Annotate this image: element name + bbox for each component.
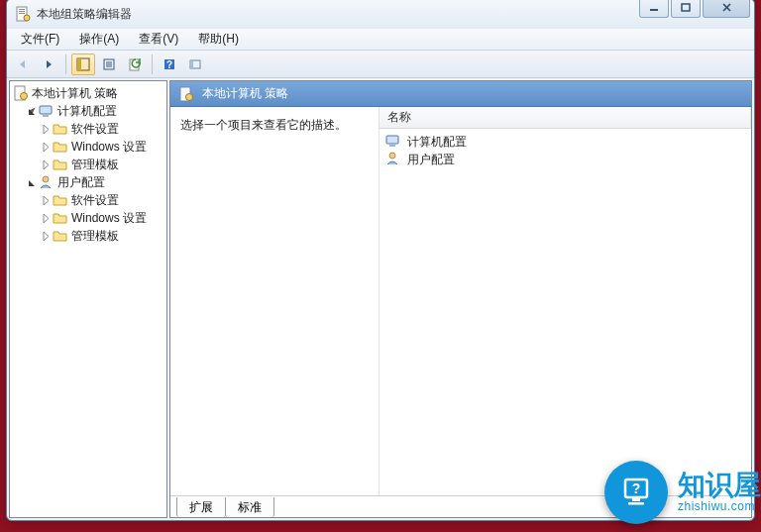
svg-rect-22 [40,106,52,114]
expander-icon[interactable] [26,178,38,187]
expander-icon[interactable] [40,196,52,205]
close-button[interactable] [703,0,750,18]
user-icon [385,151,401,169]
watermark-cn: 知识屋 [678,472,761,499]
back-button[interactable] [11,53,35,75]
list-rows: 计算机配置 用户配置 [380,129,751,172]
column-name[interactable]: 名称 [380,107,751,128]
tree-pane[interactable]: 本地计算机 策略 计算机配置 软件设置 Windows 设置 [9,80,167,518]
tree-windows-settings[interactable]: Windows 设置 [12,138,164,156]
tree-software-settings[interactable]: 软件设置 [12,120,164,138]
menu-view[interactable]: 查看(V) [129,29,188,50]
tree-item-label: 用户配置 [57,174,105,191]
description-text: 选择一个项目来查看它的描述。 [180,118,347,132]
expander-icon[interactable] [40,143,52,152]
svg-rect-27 [386,136,398,144]
computer-icon [39,103,54,119]
tree-admin-templates[interactable]: 管理模板 [12,227,164,245]
computer-icon [385,133,401,152]
svg-rect-32 [628,502,644,505]
svg-rect-15 [130,59,139,70]
menu-action[interactable]: 操作(A) [69,29,129,50]
svg-rect-6 [682,4,690,11]
help-button[interactable]: ? [158,53,181,75]
expander-icon[interactable] [26,107,38,116]
details-pane: 本地计算机 策略 选择一个项目来查看它的描述。 名称 计算机配置 [169,80,752,518]
tree-item-label: Windows 设置 [71,139,147,156]
expander-icon[interactable] [40,160,52,169]
menu-bar: 文件(F) 操作(A) 查看(V) 帮助(H) [7,29,754,51]
toolbar: ? [7,51,754,78]
menu-help[interactable]: 帮助(H) [188,29,249,50]
policy-icon [178,86,194,102]
folder-icon [53,157,68,172]
svg-point-4 [24,15,30,21]
list-item-computer-config[interactable]: 计算机配置 [380,133,751,151]
watermark: ? 知识屋 zhishiwu.com [604,461,761,524]
list-column: 名称 计算机配置 用户配置 [379,107,751,495]
list-header[interactable]: 名称 [380,107,751,129]
svg-rect-19 [190,60,193,68]
watermark-text: 知识屋 zhishiwu.com [678,472,761,513]
tree-root[interactable]: 本地计算机 策略 [12,84,164,102]
toolbar-separator [65,54,66,74]
list-item-label: 用户配置 [407,152,455,168]
folder-icon [53,210,68,226]
svg-rect-2 [19,11,25,12]
svg-rect-1 [19,9,25,10]
svg-text:?: ? [632,480,641,496]
tree-item-label: Windows 设置 [71,210,147,227]
svg-point-26 [186,93,193,100]
folder-icon [53,228,68,244]
export-list-button[interactable] [97,53,121,75]
folder-icon [53,192,68,208]
tree-windows-settings[interactable]: Windows 设置 [12,209,164,227]
tree-item-label: 软件设置 [71,121,119,138]
tree-item-label: 计算机配置 [57,103,117,120]
svg-point-29 [389,153,395,159]
watermark-en: zhishiwu.com [678,499,761,513]
window-title: 本地组策略编辑器 [37,6,132,23]
tree-root-label: 本地计算机 策略 [32,85,118,102]
watermark-logo-icon: ? [604,461,668,524]
svg-point-24 [43,176,49,182]
toolbar-separator [152,54,153,74]
show-tree-button[interactable] [71,53,95,75]
expander-icon[interactable] [40,214,52,223]
user-icon [39,174,54,190]
list-item-label: 计算机配置 [407,134,467,151]
app-icon [15,6,31,22]
expander-icon[interactable] [40,232,52,241]
title-bar[interactable]: 本地组策略编辑器 [7,0,754,29]
expander-icon[interactable] [40,125,52,134]
svg-rect-5 [650,9,658,11]
nav-tree: 本地计算机 策略 计算机配置 软件设置 Windows 设置 [10,81,166,248]
tree-user-config[interactable]: 用户配置 [12,173,164,191]
list-item-user-config[interactable]: 用户配置 [380,151,751,168]
tab-extended[interactable]: 扩展 [176,497,226,517]
svg-rect-23 [43,115,49,117]
svg-rect-31 [632,498,640,501]
filter-button[interactable] [183,53,207,75]
tree-item-label: 软件设置 [71,192,119,209]
folder-icon [53,121,68,137]
tree-software-settings[interactable]: 软件设置 [12,191,164,209]
policy-icon [13,85,29,101]
content-body: 本地计算机 策略 计算机配置 软件设置 Windows 设置 [7,78,754,520]
folder-icon [53,139,68,155]
refresh-button[interactable] [123,53,147,75]
tree-admin-templates[interactable]: 管理模板 [12,156,164,173]
forward-button[interactable] [37,53,60,75]
tree-item-label: 管理模板 [71,157,119,173]
svg-point-21 [21,93,28,100]
svg-rect-10 [77,58,81,70]
tree-item-label: 管理模板 [71,228,119,245]
menu-file[interactable]: 文件(F) [11,29,69,50]
window-controls [637,0,750,18]
details-header-title: 本地计算机 策略 [202,85,288,102]
minimize-button[interactable] [639,0,669,18]
maximize-button[interactable] [671,0,701,18]
tree-computer-config[interactable]: 计算机配置 [12,102,164,120]
svg-text:?: ? [166,59,172,70]
tab-standard[interactable]: 标准 [225,497,274,517]
